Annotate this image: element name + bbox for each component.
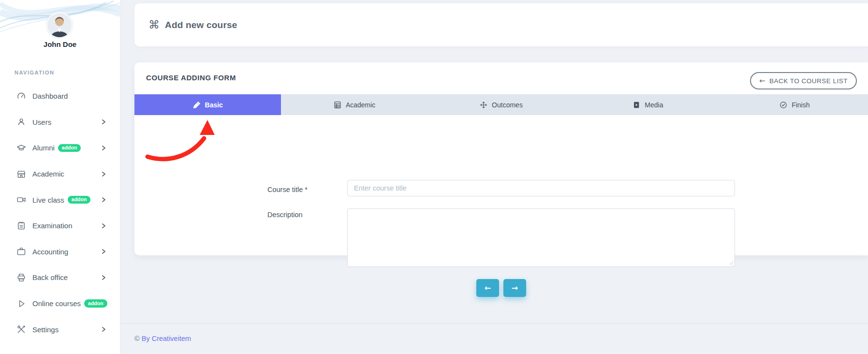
sidebar-item-label: Settings xyxy=(32,325,59,334)
sidebar-item-label: Dashboard xyxy=(32,92,68,100)
back-button-label: BACK TO COURSE LIST xyxy=(769,77,848,85)
chevron-right-icon xyxy=(101,119,106,125)
pen-icon xyxy=(193,101,201,109)
left-arrow-icon: ← xyxy=(485,283,491,293)
chevron-right-icon xyxy=(101,326,106,332)
footer: © By Creativeitem xyxy=(134,335,191,342)
chevron-right-icon xyxy=(101,249,106,254)
chevron-right-icon xyxy=(101,145,106,151)
description-textarea[interactable] xyxy=(347,208,735,267)
video-camera-icon xyxy=(16,195,26,205)
sidebar-item-label: Alumni xyxy=(32,144,55,152)
avatar-image xyxy=(47,13,72,37)
chevron-right-icon xyxy=(101,223,106,229)
sidebar-item-academic[interactable]: Academic xyxy=(0,161,120,187)
tab-academic[interactable]: Academic xyxy=(281,94,427,115)
description-field-wrap xyxy=(347,208,735,267)
page-header: ⌘ Add new course xyxy=(134,3,868,46)
check-circle-icon xyxy=(780,101,787,109)
printer-icon xyxy=(16,273,26,282)
tools-icon xyxy=(16,324,26,334)
sidebar-item-dashboard[interactable]: Dashboard xyxy=(0,83,120,109)
tab-finish[interactable]: Finish xyxy=(721,94,868,115)
briefcase-icon xyxy=(16,247,26,256)
form-tabs: Basic Academic Outcomes xyxy=(134,94,868,115)
gauge-icon xyxy=(16,91,26,101)
description-label: Description xyxy=(267,211,303,219)
sidebar-item-settings[interactable]: Settings xyxy=(0,316,120,342)
card-title: COURSE ADDING FORM xyxy=(146,74,236,82)
tab-label: Outcomes xyxy=(492,101,523,109)
graduation-cap-icon xyxy=(16,143,26,153)
tab-media[interactable]: Media xyxy=(574,94,721,115)
sidebar-item-label: Live class xyxy=(32,196,64,204)
school-icon xyxy=(16,169,26,179)
sidebar-item-label: Back office xyxy=(32,273,68,281)
sidebar-item-users[interactable]: Users xyxy=(0,109,120,135)
sidebar-item-label: Online courses xyxy=(32,299,81,308)
previous-step-button[interactable]: ← xyxy=(476,279,499,297)
sidebar: John Doe NAVIGATION Dashboard Users xyxy=(0,0,120,354)
course-title-input[interactable] xyxy=(347,180,735,196)
chevron-right-icon xyxy=(101,197,106,203)
user-name: John Doe xyxy=(0,40,120,48)
tab-label: Media xyxy=(645,101,663,109)
sidebar-nav: Dashboard Users Alumni addon xyxy=(0,83,120,342)
move-icon xyxy=(480,101,487,109)
course-title-label: Course title * xyxy=(267,186,308,193)
page-title: Add new course xyxy=(165,20,237,30)
left-arrow-icon: ← xyxy=(759,76,765,85)
footer-divider xyxy=(120,323,868,324)
sidebar-item-accounting[interactable]: Accounting xyxy=(0,239,120,265)
command-icon: ⌘ xyxy=(148,19,160,30)
tab-basic[interactable]: Basic xyxy=(134,94,281,115)
tab-label: Academic xyxy=(346,101,375,109)
sidebar-item-live-class[interactable]: Live class addon xyxy=(0,187,120,213)
copyright-symbol: © xyxy=(134,335,140,342)
step-buttons: ← → xyxy=(134,279,868,297)
nav-section-label: NAVIGATION xyxy=(15,70,54,75)
creativeitem-link[interactable]: By Creativeitem xyxy=(142,335,191,342)
play-icon xyxy=(16,299,26,309)
sidebar-item-label: Accounting xyxy=(32,248,68,256)
sidebar-item-online-courses[interactable]: Online courses addon xyxy=(0,291,120,317)
right-arrow-icon: → xyxy=(512,283,518,293)
next-step-button[interactable]: → xyxy=(503,279,526,297)
users-icon xyxy=(16,117,26,127)
sidebar-item-examination[interactable]: Examination xyxy=(0,213,120,239)
basic-tab-form: Course title * Description ← → xyxy=(134,115,868,255)
addon-badge: addon xyxy=(68,196,91,204)
chevron-right-icon xyxy=(101,171,106,177)
course-adding-card: COURSE ADDING FORM ← BACK TO COURSE LIST… xyxy=(134,62,868,255)
sidebar-item-back-office[interactable]: Back office xyxy=(0,265,120,291)
back-to-course-list-button[interactable]: ← BACK TO COURSE LIST xyxy=(750,72,857,89)
sidebar-item-label: Users xyxy=(32,118,51,126)
media-play-icon xyxy=(633,101,640,109)
tab-outcomes[interactable]: Outcomes xyxy=(428,94,574,115)
addon-badge: addon xyxy=(84,299,107,308)
sidebar-item-alumni[interactable]: Alumni addon xyxy=(0,135,120,161)
tab-label: Basic xyxy=(205,101,223,109)
addon-badge: addon xyxy=(58,144,81,152)
chevron-right-icon xyxy=(101,275,106,280)
clipboard-icon xyxy=(16,221,26,231)
tab-label: Finish xyxy=(792,101,809,109)
sidebar-item-label: Academic xyxy=(32,170,64,178)
sidebar-item-label: Examination xyxy=(32,221,73,230)
spreadsheet-icon xyxy=(334,101,341,109)
avatar[interactable] xyxy=(47,13,72,37)
